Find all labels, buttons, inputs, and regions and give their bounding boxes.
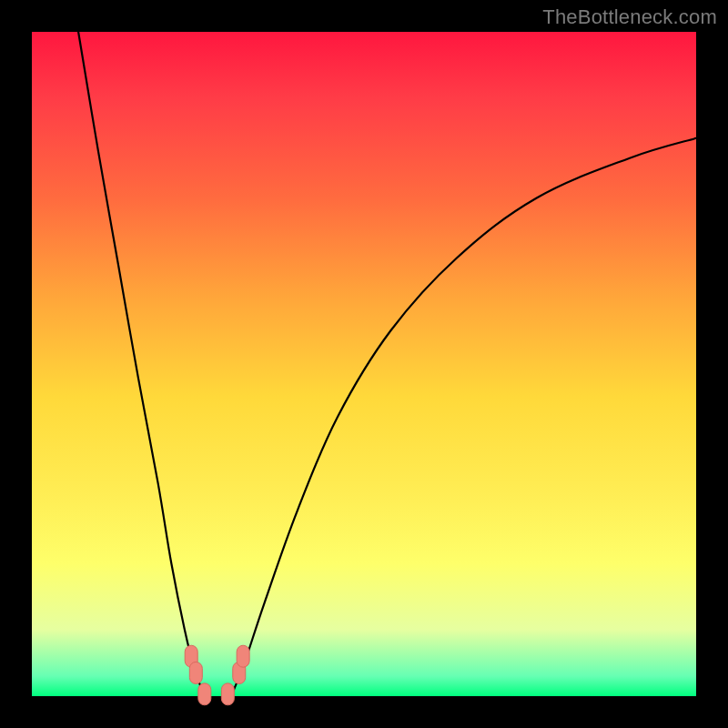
curve-left-branch: [78, 32, 205, 696]
marker-bottom-left: [198, 683, 211, 705]
plot-area: [32, 32, 696, 696]
marker-group: [185, 645, 249, 705]
watermark-text: TheBottleneck.com: [542, 5, 717, 29]
marker-right-cluster-top: [237, 645, 249, 667]
curve-layer: [32, 32, 696, 696]
chart-container: TheBottleneck.com: [0, 0, 728, 728]
marker-bottom-right: [221, 683, 234, 705]
marker-left-cluster-bottom: [189, 662, 202, 683]
curve-right-branch: [231, 138, 696, 696]
